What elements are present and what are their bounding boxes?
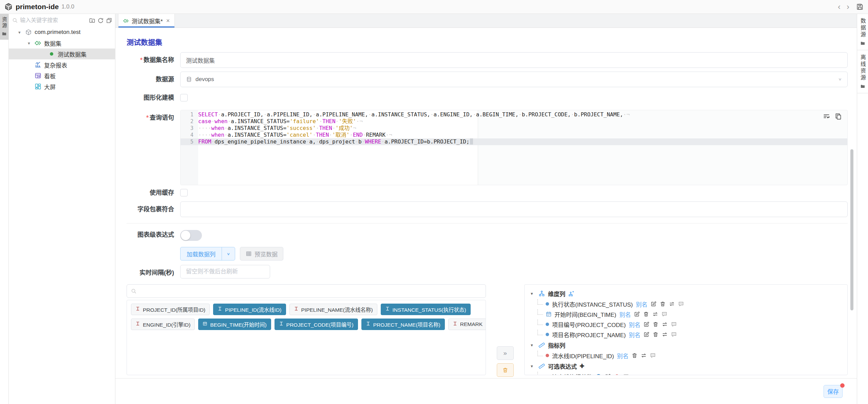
offline-resources-panel-toggle[interactable]: 离线资源 xyxy=(857,50,868,93)
delete-icon[interactable] xyxy=(614,373,620,375)
swap-icon[interactable] xyxy=(662,331,668,338)
edit-icon[interactable] xyxy=(634,311,640,317)
column-chip[interactable]: PROJECT_ID(所属项目ID) xyxy=(131,304,210,315)
column-chip[interactable]: BEGIN_TIME(开始时间) xyxy=(198,319,271,330)
comment-icon[interactable] xyxy=(678,301,684,307)
field-wrapper-input[interactable] xyxy=(180,201,848,217)
refresh-icon[interactable] xyxy=(97,17,104,24)
edit-icon[interactable] xyxy=(605,373,611,375)
preview-data-button[interactable]: 预览数据 xyxy=(240,247,283,261)
content-scrollbar[interactable] xyxy=(850,149,853,310)
tree-item-big-screen[interactable]: 大屏 xyxy=(9,81,115,92)
delete-columns-button[interactable] xyxy=(497,363,514,377)
graphical-modeling-checkbox[interactable] xyxy=(180,94,188,101)
chip-label: BEGIN_TIME(开始时间) xyxy=(210,321,266,328)
comment-icon[interactable] xyxy=(661,311,667,317)
sql-line[interactable]: 5FROM·dps_engine_pipeline_instance·a,·dp… xyxy=(181,138,847,145)
format-sql-icon[interactable] xyxy=(823,113,830,120)
chart-expression-toggle[interactable] xyxy=(180,230,202,241)
realtime-interval-input[interactable] xyxy=(180,265,270,278)
column-chip[interactable]: REMARK xyxy=(448,319,486,330)
info-icon[interactable] xyxy=(596,373,602,375)
caret-down-icon[interactable]: ▾ xyxy=(18,30,25,35)
column-chip[interactable]: PIPELINE_ID(流水线ID) xyxy=(213,304,286,315)
tab-close-icon[interactable]: × xyxy=(166,17,170,24)
load-columns-button[interactable]: 加载数据列 ∨ xyxy=(180,247,235,261)
delete-icon[interactable] xyxy=(653,331,659,338)
comment-icon[interactable] xyxy=(671,331,677,338)
edit-icon[interactable] xyxy=(650,301,657,307)
use-cache-checkbox[interactable] xyxy=(180,189,188,196)
edit-icon[interactable] xyxy=(643,321,649,327)
dataset-name-input[interactable] xyxy=(180,52,848,68)
column-item-label: 开始时间(BEGIN_TIME) xyxy=(554,310,616,319)
screen-icon xyxy=(35,83,41,90)
datasource-panel-toggle[interactable]: 数据源 xyxy=(857,14,868,50)
delete-icon[interactable] xyxy=(660,301,666,307)
delete-icon[interactable] xyxy=(631,352,638,359)
column-chip[interactable]: PIPELINE_NAME(流水线名称) xyxy=(289,304,377,315)
new-folder-icon[interactable] xyxy=(89,17,95,24)
sql-code: ····when·a.INSTANCE_STATUS='success'·THE… xyxy=(198,125,356,132)
sql-line[interactable]: 4····when·a.INSTANCE_STATUS='cancel'·THE… xyxy=(181,132,847,138)
add-expression-icon[interactable]: ✚ xyxy=(580,363,584,370)
save-button[interactable]: 保存 xyxy=(824,385,843,398)
blue-bullet xyxy=(546,333,549,336)
text-type-icon xyxy=(279,321,284,327)
comment-icon[interactable] xyxy=(650,352,656,359)
tree-item-complex-report[interactable]: 复杂报表 xyxy=(9,59,115,70)
comment-icon[interactable] xyxy=(623,373,629,375)
tab-test-dataset[interactable]: 测试数据集* × xyxy=(118,14,175,27)
chevron-down-icon[interactable]: ∨ xyxy=(222,252,235,256)
sql-editor[interactable]: 1SELECT·a.PROJECT_ID,·a.PIPELINE_ID,·a.P… xyxy=(180,110,848,185)
collapse-icon[interactable] xyxy=(106,17,112,24)
swap-icon[interactable] xyxy=(669,301,675,307)
comment-icon[interactable] xyxy=(671,321,677,327)
add-dimension-icon[interactable] xyxy=(568,290,574,297)
tree-item-test-dataset[interactable]: 测试数据集 xyxy=(9,49,115,59)
column-chip[interactable]: ENGINE_ID(引擎ID) xyxy=(131,319,195,330)
swap-icon[interactable] xyxy=(641,352,647,359)
tree-item-board[interactable]: 看板 xyxy=(9,70,115,81)
nav-back-icon[interactable]: ‹ xyxy=(835,3,844,11)
column-chip[interactable]: PROJECT_CODE(项目编号) xyxy=(275,319,358,330)
columns-search-box[interactable] xyxy=(127,284,486,298)
chart-expression-label: 图表级表达式 xyxy=(127,230,174,239)
alias-link[interactable]: 别名 xyxy=(636,300,647,308)
tree-connector xyxy=(537,351,543,356)
copy-sql-icon[interactable] xyxy=(835,113,842,120)
alias-link[interactable]: 别名 xyxy=(619,310,631,319)
caret-down-icon[interactable]: ▾ xyxy=(531,364,535,369)
edit-icon[interactable] xyxy=(643,331,649,338)
sql-line[interactable]: 1SELECT·a.PROJECT_ID,·a.PIPELINE_ID,·a.P… xyxy=(181,111,847,118)
tree-item-package[interactable]: ▾com.primeton.test xyxy=(9,27,115,38)
blue-bullet xyxy=(546,302,549,306)
delete-icon[interactable] xyxy=(653,321,659,327)
delete-icon[interactable] xyxy=(643,311,649,317)
column-chip[interactable]: INSTANCE_STATUS(执行状态) xyxy=(381,304,471,315)
caret-down-icon[interactable]: ▾ xyxy=(531,343,535,348)
alias-link[interactable]: 别名 xyxy=(617,351,628,360)
nav-forward-icon[interactable]: › xyxy=(844,3,852,11)
text-cursor xyxy=(470,138,473,145)
swap-icon[interactable] xyxy=(662,321,668,327)
right-activity-bar: 数据源 离线资源 xyxy=(857,14,868,404)
caret-down-icon[interactable]: ▾ xyxy=(531,291,535,296)
sidebar-search-input[interactable] xyxy=(20,17,87,23)
red-bullet xyxy=(546,354,549,357)
dataset-icon xyxy=(35,40,41,46)
field-wrapper-label: 字段包裹符合 xyxy=(127,201,174,213)
sql-line[interactable]: 3····when·a.INSTANCE_STATUS='success'·TH… xyxy=(181,125,847,132)
alias-link[interactable]: 别名 xyxy=(629,330,640,339)
alias-link[interactable]: 别名 xyxy=(629,320,640,329)
line-number: 4 xyxy=(181,132,198,138)
datasource-select[interactable]: devops ∨ xyxy=(180,72,848,87)
swap-icon[interactable] xyxy=(652,311,658,317)
caret-down-icon[interactable]: ▾ xyxy=(28,41,35,46)
move-right-button[interactable]: » xyxy=(497,346,514,360)
save-all-icon[interactable] xyxy=(856,3,864,11)
sql-line[interactable]: 2case·when·a.INSTANCE_STATUS='failure'·T… xyxy=(181,118,847,125)
column-chip[interactable]: PROJECT_NAME(项目名称) xyxy=(361,319,445,330)
tree-item-dataset-group[interactable]: ▾数据集 xyxy=(9,38,115,49)
resources-panel-toggle[interactable]: 资源 xyxy=(0,14,8,40)
